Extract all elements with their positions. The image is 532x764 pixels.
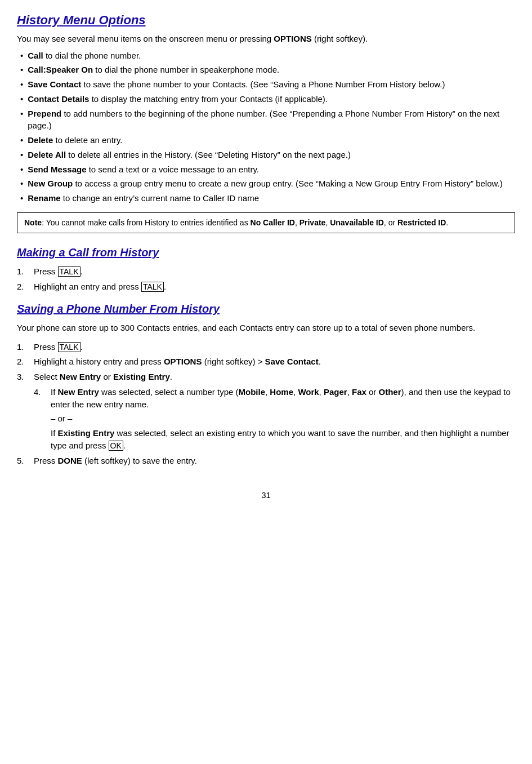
intro-text: You may see several menu items on the on…	[17, 33, 515, 45]
step-number: 4.	[34, 386, 51, 398]
existing-entry-text: If Existing Entry was selected, select a…	[51, 427, 515, 452]
list-item: 3. Select New Entry or Existing Entry.	[17, 371, 515, 383]
list-item: Call to dial the phone number.	[17, 50, 515, 62]
list-item: Send Message to send a text or a voice m…	[17, 163, 515, 176]
step-number: 2.	[17, 356, 34, 368]
step-number: 5.	[17, 455, 34, 467]
list-item: Save Contact to save the phone number to…	[17, 78, 515, 91]
ok-key: OK	[109, 441, 123, 451]
note-box: Note: You cannot make calls from History…	[17, 212, 515, 234]
list-item: Delete All to delete all entries in the …	[17, 149, 515, 161]
step-text: Press TALK.	[34, 265, 83, 278]
step-text: Highlight a history entry and press OPTI…	[34, 356, 321, 368]
section1-title: Making a Call from History	[17, 245, 515, 261]
talk-key: TALK	[58, 266, 81, 277]
bullet-list: Call to dial the phone number. Call:Spea…	[17, 50, 515, 205]
list-item: 5. Press DONE (left softkey) to save the…	[17, 455, 515, 467]
list-item: 2. Highlight an entry and press TALK.	[17, 281, 515, 293]
step-text: Highlight an entry and press TALK.	[34, 281, 166, 293]
list-item: New Group to access a group entry menu t…	[17, 177, 515, 190]
list-item: Prepend to add numbers to the beginning …	[17, 108, 515, 132]
list-item: Contact Details to display the matching …	[17, 93, 515, 105]
step-text: If New Entry was selected, select a numb…	[51, 386, 515, 411]
step-number: 1.	[17, 341, 34, 353]
list-item: Delete to delete an entry.	[17, 134, 515, 146]
step-number: 3.	[17, 371, 34, 383]
or-separator: – or –	[51, 412, 515, 425]
list-item: 1. Press TALK.	[17, 265, 515, 278]
list-item: Call:Speaker On to dial the phone number…	[17, 64, 515, 76]
section2-steps: 1. Press TALK. 2. Highlight a history en…	[17, 341, 515, 467]
list-item: 4. If New Entry was selected, select a n…	[17, 386, 515, 452]
step-number: 2.	[17, 281, 34, 293]
section2-title: Saving a Phone Number From History	[17, 301, 515, 317]
step-text: Press TALK.	[34, 341, 83, 353]
list-item: Rename to change an entry’s current name…	[17, 192, 515, 205]
step-text: Select New Entry or Existing Entry.	[34, 371, 172, 383]
note-label: Note: You cannot make calls from History…	[24, 218, 448, 227]
list-item: 2. Highlight a history entry and press O…	[17, 356, 515, 368]
step-number: 1.	[17, 265, 34, 278]
section1-steps: 1. Press TALK. 2. Highlight an entry and…	[17, 265, 515, 293]
list-item: 1. Press TALK.	[17, 341, 515, 353]
page-number: 31	[17, 489, 515, 501]
step-text: Press DONE (left softkey) to save the en…	[34, 455, 197, 467]
talk-key: TALK	[141, 282, 164, 292]
section2-desc: Your phone can store up to 300 Contacts …	[17, 322, 515, 334]
talk-key: TALK	[58, 342, 81, 352]
page-title: History Menu Options	[17, 11, 515, 29]
